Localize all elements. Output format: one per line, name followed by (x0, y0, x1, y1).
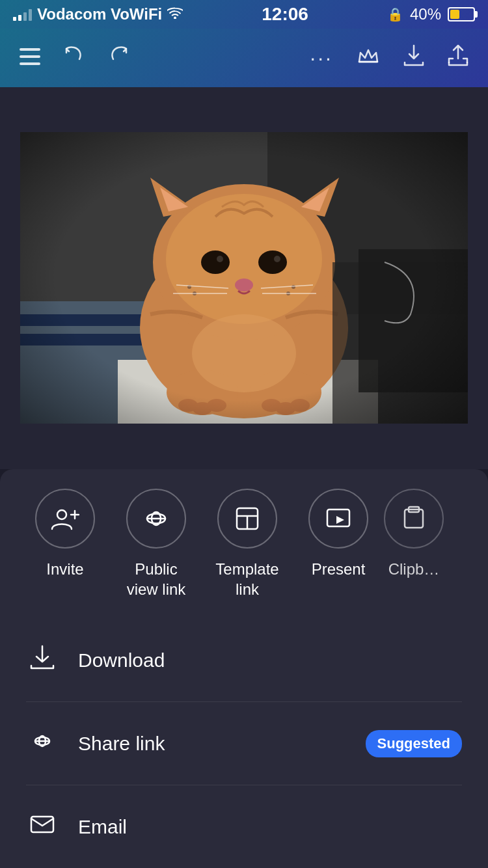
invite-icon-circle (35, 489, 95, 549)
email-list-icon (26, 810, 59, 843)
carrier-text: Vodacom VoWiFi (37, 5, 162, 23)
image-area (0, 87, 488, 469)
status-bar: Vodacom VoWiFi 12:06 🔒 40% (0, 0, 488, 29)
toolbar-right: ··· (310, 44, 468, 72)
share-link-label: Share link (78, 733, 165, 755)
svg-rect-40 (20, 132, 468, 424)
invite-label: Invite (46, 559, 83, 579)
battery-icon (448, 7, 475, 21)
icon-row: Invite Publicview link (0, 489, 488, 619)
lock-icon: 🔒 (387, 7, 403, 22)
toolbar-left (20, 44, 129, 72)
download-toolbar-icon[interactable] (403, 44, 424, 72)
template-link-item[interactable]: Templatelink (202, 489, 293, 599)
wifi-icon (167, 6, 183, 23)
svg-rect-2 (20, 62, 40, 65)
svg-point-41 (57, 510, 66, 519)
email-list-item[interactable]: Email (26, 785, 462, 868)
battery-text: 40% (410, 5, 441, 23)
share-link-list-item[interactable]: Share link Suggested (26, 702, 462, 785)
download-list-item[interactable]: Download (26, 619, 462, 702)
signal-bars-icon (13, 8, 32, 21)
list-items: Download Share link Suggested (0, 619, 488, 868)
bottom-sheet: Invite Publicview link (0, 469, 488, 868)
svg-rect-1 (20, 55, 40, 58)
svg-rect-0 (20, 48, 40, 51)
main-content: Invite Publicview link (0, 87, 488, 868)
menu-icon[interactable] (20, 46, 40, 70)
present-item[interactable]: Present (293, 489, 384, 579)
public-view-link-item[interactable]: Publicview link (111, 489, 202, 599)
status-left: Vodacom VoWiFi (13, 5, 183, 23)
svg-rect-55 (31, 817, 53, 832)
status-time: 12:06 (262, 4, 308, 25)
cat-image (20, 132, 468, 424)
toolbar: ··· (0, 29, 488, 87)
template-link-label: Templatelink (215, 559, 278, 599)
public-view-link-icon-circle (126, 489, 186, 549)
undo-icon[interactable] (64, 44, 85, 72)
email-label: Email (78, 816, 127, 838)
more-options-icon[interactable]: ··· (310, 46, 333, 70)
clipboard-icon-circle (384, 489, 444, 549)
clipboard-item[interactable]: Clipb… (384, 489, 444, 579)
present-icon-circle (308, 489, 368, 549)
status-right: 🔒 40% (387, 5, 475, 23)
invite-item[interactable]: Invite (20, 489, 111, 579)
template-link-icon-circle (217, 489, 277, 549)
suggested-badge: Suggested (366, 730, 462, 757)
public-view-link-label: Publicview link (127, 559, 186, 599)
share-link-list-icon (26, 727, 59, 760)
share-toolbar-icon[interactable] (448, 44, 468, 72)
download-label: Download (78, 649, 165, 671)
redo-icon[interactable] (108, 44, 129, 72)
download-list-icon (26, 644, 59, 677)
clipboard-label: Clipb… (388, 559, 440, 579)
crown-icon[interactable] (357, 44, 380, 72)
present-label: Present (312, 559, 366, 579)
svg-marker-50 (336, 516, 344, 524)
